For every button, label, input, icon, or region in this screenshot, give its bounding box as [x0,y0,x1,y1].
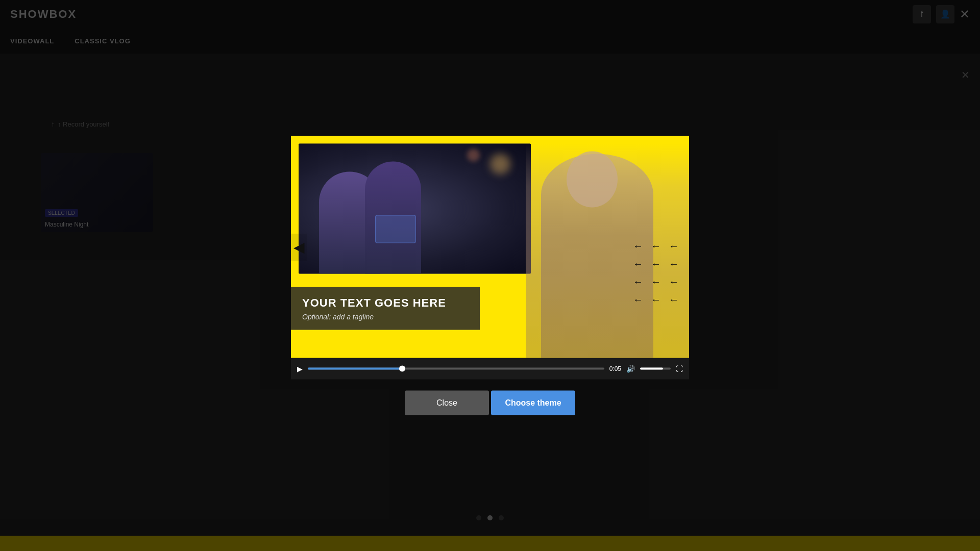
arrow-7: ← [630,274,646,289]
volume-bar[interactable] [640,368,671,370]
close-button[interactable]: Close [405,391,489,415]
video-tagline: Optional: add a tagline [302,313,469,321]
video-photo-left [299,144,531,274]
arrow-8: ← [648,274,664,289]
action-buttons: Close Choose theme [291,391,689,415]
arrow-11: ← [648,292,664,307]
progress-bar[interactable] [308,368,604,370]
tablet-prop [375,215,416,243]
video-preview: ← ← ← ← ← ← ← ← ← ← ← ← ◀ YOUR TEXT GOES… [291,136,689,358]
volume-icon[interactable]: 🔊 [626,365,635,373]
arrow-5: ← [648,256,664,271]
time-display: 0:05 [609,365,621,372]
person-head [567,152,618,208]
fullscreen-icon[interactable]: ⛶ [676,365,683,373]
arrow-12: ← [666,292,681,307]
video-text-overlay: YOUR TEXT GOES HERE Optional: add a tagl… [291,287,480,330]
choose-theme-button[interactable]: Choose theme [491,391,575,415]
video-controls: ▶ 0:05 🔊 ⛶ [291,358,689,380]
progress-thumb [399,366,405,372]
arrow-9: ← [666,274,681,289]
arrow-4: ← [630,256,646,271]
volume-fill [640,368,663,370]
video-title: YOUR TEXT GOES HERE [302,296,469,309]
play-button[interactable]: ▶ [297,365,303,373]
arrows-pattern: ← ← ← ← ← ← ← ← ← ← ← ← [630,238,681,307]
arrow-6: ← [666,256,681,271]
photo-scene [299,144,531,274]
arrow-2: ← [648,238,664,254]
arrow-1: ← [630,238,646,254]
progress-fill [308,368,403,370]
prev-arrow[interactable]: ◀ [291,234,307,261]
arrow-10: ← [630,292,646,307]
photo-people [299,144,531,274]
preview-modal: ← ← ← ← ← ← ← ← ← ← ← ← ◀ YOUR TEXT GOES… [291,136,689,415]
arrow-3: ← [666,238,681,254]
